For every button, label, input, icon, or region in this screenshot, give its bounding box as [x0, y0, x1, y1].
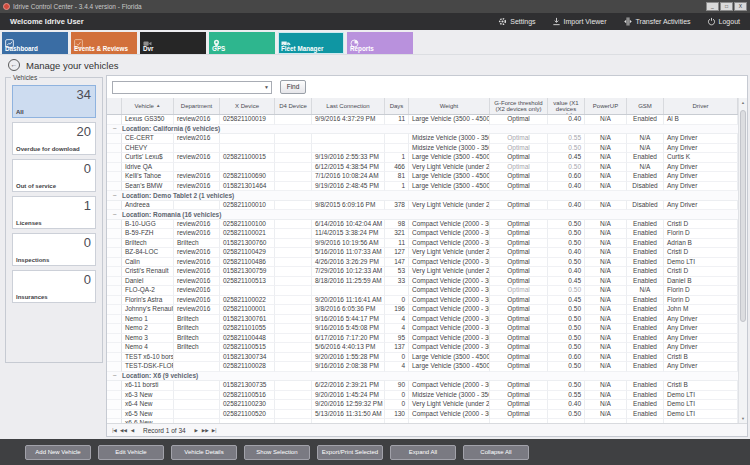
- settings-button[interactable]: Settings: [498, 17, 535, 26]
- scroll-down-icon[interactable]: ▼: [739, 414, 747, 423]
- logout-button[interactable]: Logout: [707, 17, 740, 26]
- collapse-icon[interactable]: −: [107, 125, 122, 132]
- column-header-d4-device[interactable]: D4 Device: [275, 98, 312, 114]
- tab-dvr[interactable]: Dvr: [140, 32, 206, 54]
- table-row[interactable]: Lexus GS350review20160258211000199/9/201…: [107, 115, 738, 125]
- table-row[interactable]: CHEVYMidsize Vehicle (3000 - 3500 pounds…: [107, 144, 738, 154]
- row-indicator: [107, 115, 122, 125]
- row-indicator: [107, 163, 122, 173]
- table-row[interactable]: B-59-FZHreview201602582110002111/4/2015 …: [107, 229, 738, 239]
- table-row[interactable]: Nemo 3Briltech0258211004486/17/2016 7:17…: [107, 334, 738, 344]
- import-viewer-button[interactable]: Import Viewer: [552, 17, 607, 26]
- nav-next-icon[interactable]: ▶: [192, 426, 201, 435]
- table-row[interactable]: BriltechBriltech0158213007609/9/2016 10:…: [107, 239, 738, 249]
- table-row[interactable]: Andreea0258211000109/8/2015 6:09:16 PM37…: [107, 201, 738, 211]
- table-row[interactable]: Nemo 4Briltech0258211005155/6/2016 4:40:…: [107, 343, 738, 353]
- scroll-up-icon[interactable]: ▲: [739, 98, 747, 107]
- cell-vehicle: TEST-DSK-FLORIN: [122, 362, 174, 372]
- table-row[interactable]: Nemo 2Briltech0258211010559/16/2016 5:45…: [107, 324, 738, 334]
- cell-last-connection: 9/16/2016 5:44:17 PM: [312, 315, 385, 325]
- column-header-gsm[interactable]: GSM: [627, 98, 664, 114]
- table-row[interactable]: B-10-UGGreview20160258211001006/14/2016 …: [107, 220, 738, 230]
- group-row-location-california-6-vehicles[interactable]: −Location: California (6 vehicles): [107, 125, 738, 135]
- expand-all-button[interactable]: Expand All: [390, 445, 456, 460]
- stat-card-insurances[interactable]: 0Insurances: [12, 270, 96, 303]
- stat-card-inspections[interactable]: 0Inspections: [12, 233, 96, 266]
- nav-first-icon[interactable]: |◀: [110, 426, 119, 435]
- minimize-button[interactable]: _: [706, 2, 719, 11]
- vehicle-details-button[interactable]: Vehicle Details: [171, 445, 237, 460]
- collapse-icon[interactable]: −: [107, 192, 122, 199]
- group-row-location-demo-tablet-2-1-vehicles[interactable]: −Location: Demo Tablet 2 (1 vehicles): [107, 191, 738, 201]
- search-input[interactable]: ▼: [112, 81, 272, 94]
- cell-vehicle: B-10-UGG: [122, 220, 174, 230]
- table-row[interactable]: Florin's Astrareview20160258211000229/20…: [107, 296, 738, 306]
- nav-last-icon[interactable]: ▶|: [210, 426, 219, 435]
- table-row[interactable]: BZ-84-LOCreview20160258211004295/16/2016…: [107, 248, 738, 258]
- column-header-weight[interactable]: Weight: [409, 98, 490, 114]
- nav-prev-page-icon[interactable]: ◀◀: [119, 426, 128, 435]
- table-row[interactable]: x6-5 New0258211005205/13/2016 11:31:50 A…: [107, 410, 738, 420]
- welcome-bar: Welcome Idrive User SettingsImport Viewe…: [0, 13, 750, 30]
- stat-card-out-of-service[interactable]: 0Out of service: [12, 159, 96, 192]
- table-row[interactable]: Curtis' Lexu$review20160258211000159/19/…: [107, 153, 738, 163]
- tab-fleet-manager[interactable]: Fleet Manager: [278, 32, 344, 54]
- tab-label: Fleet Manager: [281, 45, 323, 52]
- column-header-g-threshold[interactable]: G-Force threshold (X2 devices only): [490, 98, 548, 114]
- column-header-vehicle[interactable]: Vehicle▲: [122, 98, 174, 114]
- column-header-driver[interactable]: Driver: [664, 98, 738, 114]
- cell-d4-device: [275, 163, 312, 173]
- tab-dashboard[interactable]: Dashboard: [2, 32, 68, 54]
- column-header-department[interactable]: Department: [174, 98, 220, 114]
- column-header-powerup[interactable]: PowerUP: [585, 98, 627, 114]
- transfer-activities-button[interactable]: Transfer Activities: [623, 17, 691, 26]
- back-icon[interactable]: ←: [8, 59, 20, 71]
- table-row[interactable]: CE-CERTreview2016Midsize Vehicle (3000 -…: [107, 134, 738, 144]
- stat-card-licenses[interactable]: 1Licenses: [12, 196, 96, 229]
- nav-prev-icon[interactable]: ◀: [128, 426, 137, 435]
- scrollbar-thumb[interactable]: [740, 110, 746, 322]
- group-row-location-romania-16-vehicles[interactable]: −Location: Romania (16 vehicles): [107, 210, 738, 220]
- column-header-last-connection[interactable]: Last Connection: [312, 98, 385, 114]
- column-header-g-value[interactable]: G-Force value (X1 devices only): [548, 98, 585, 114]
- table-row[interactable]: FLO-QA-2review2016Compact Vehicle (2000 …: [107, 286, 738, 296]
- table-row[interactable]: Kelli's Tahoereview20160258211006907/1/2…: [107, 172, 738, 182]
- table-row[interactable]: TEST x6-10 borsti0158213007349/20/2016 1…: [107, 353, 738, 363]
- row-indicator: [107, 381, 122, 391]
- tab-gps[interactable]: GPS: [209, 32, 275, 54]
- collapse-all-button[interactable]: Collapse All: [463, 445, 529, 460]
- stat-card-overdue-for-download[interactable]: 20Overdue for download: [12, 122, 96, 155]
- column-header-days[interactable]: Days: [385, 98, 409, 114]
- collapse-icon[interactable]: −: [107, 372, 122, 379]
- tab-events-reviews[interactable]: Events & Reviews: [71, 32, 137, 54]
- tab-reports[interactable]: Reports: [347, 32, 413, 54]
- add-new-vehicle-button[interactable]: Add New Vehicle: [25, 445, 91, 460]
- table-row[interactable]: Sean's BMWreview20160158213014649/19/201…: [107, 182, 738, 192]
- edit-vehicle-button[interactable]: Edit Vehicle: [98, 445, 164, 460]
- export-print-selected-button[interactable]: Export/Print Selected: [317, 445, 383, 460]
- cell-x-device: 015821300760: [220, 239, 275, 249]
- table-row[interactable]: Danielreview20160258211005138/18/2016 11…: [107, 277, 738, 287]
- row-indicator: [107, 258, 122, 268]
- cell-d4-device: [275, 334, 312, 344]
- table-row[interactable]: Cristi's Renaultreview20160158213007597/…: [107, 267, 738, 277]
- show-selection-button[interactable]: Show Selection: [244, 445, 310, 460]
- table-row[interactable]: TEST-DSK-FLORIN0258211000289/16/2016 2:0…: [107, 362, 738, 372]
- table-row[interactable]: Johnny's Renaultreview20160258211000013/…: [107, 305, 738, 315]
- table-row[interactable]: x6-4 New0258211002309/20/2016 12:59:32 P…: [107, 400, 738, 410]
- find-button[interactable]: Find: [280, 80, 306, 94]
- table-row[interactable]: x6-11 borsti0158213007356/22/2016 2:39:2…: [107, 381, 738, 391]
- maximize-button[interactable]: □: [720, 2, 733, 11]
- table-row[interactable]: x6-3 New0258211005169/20/2016 1:45:24 PM…: [107, 391, 738, 401]
- nav-next-page-icon[interactable]: ▶▶: [201, 426, 210, 435]
- table-row[interactable]: Nemo 1Briltech0158213007619/16/2016 5:44…: [107, 315, 738, 325]
- group-row-location-x6-9-vehicles[interactable]: −Location: X6 (9 vehicles): [107, 372, 738, 382]
- table-row[interactable]: Calinreview20160258211004864/26/2016 3:2…: [107, 258, 738, 268]
- close-button[interactable]: X: [734, 2, 747, 11]
- collapse-icon[interactable]: −: [107, 211, 122, 218]
- stat-card-all[interactable]: 34All: [12, 85, 96, 118]
- table-row[interactable]: Idrive QA6/12/2015 4:38:54 PM466Very Lig…: [107, 163, 738, 173]
- cell-last-connection: 9/20/2016 1:45:24 PM: [312, 391, 385, 401]
- cell-days: 11: [385, 115, 409, 125]
- column-header-x-device[interactable]: X Device: [220, 98, 275, 114]
